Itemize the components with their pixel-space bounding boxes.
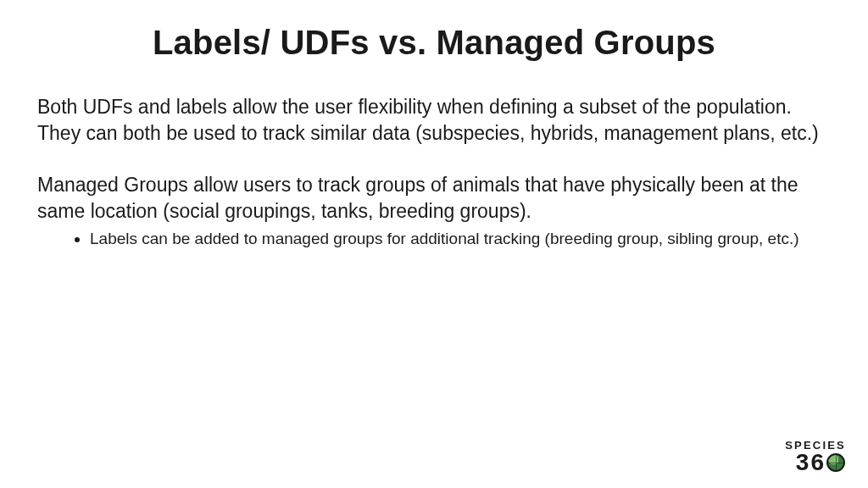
species360-logo: SPECIES 3 6 xyxy=(785,440,846,474)
logo-digit-6: 6 xyxy=(810,451,825,474)
logo-digit-3: 3 xyxy=(796,451,810,474)
logo-text-bottom: 3 6 xyxy=(785,451,846,474)
slide-title: Labels/ UDFs vs. Managed Groups xyxy=(37,24,831,62)
sub-bullet-list: Labels can be added to managed groups fo… xyxy=(37,228,831,250)
globe-icon xyxy=(826,453,845,472)
slide: Labels/ UDFs vs. Managed Groups Both UDF… xyxy=(0,0,868,488)
body-paragraph-1: Both UDFs and labels allow the user flex… xyxy=(37,94,831,147)
body-paragraph-2: Managed Groups allow users to track grou… xyxy=(37,172,831,225)
sub-bullet-item: Labels can be added to managed groups fo… xyxy=(90,228,831,250)
